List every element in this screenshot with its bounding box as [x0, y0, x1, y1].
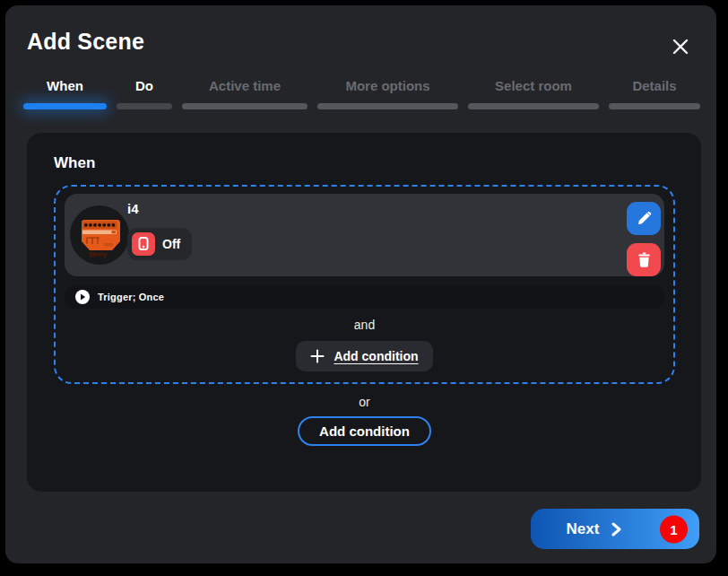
tab-more-options[interactable]: More options	[317, 78, 458, 109]
next-button[interactable]: Next 1	[531, 509, 699, 549]
tab-when-label: When	[47, 78, 83, 93]
status-badge: Off	[127, 228, 192, 260]
switch-device-icon	[132, 232, 155, 256]
tab-do-progress-bar	[117, 103, 172, 109]
close-icon	[670, 36, 691, 57]
add-and-condition-label: Add condition	[334, 349, 418, 363]
tab-select-room-progress-bar	[468, 103, 599, 109]
close-button[interactable]	[666, 32, 695, 61]
when-panel: When	[27, 133, 701, 492]
card-actions	[627, 202, 661, 276]
tab-select-room[interactable]: Select room	[468, 78, 599, 109]
next-button-label: Next	[567, 520, 600, 538]
add-or-condition-button[interactable]: Add condition	[298, 416, 431, 446]
tab-details[interactable]: Details	[609, 78, 700, 109]
tab-do[interactable]: Do	[117, 78, 172, 109]
tab-active-time-progress-bar	[182, 103, 308, 109]
device-image: Shelly	[70, 205, 129, 265]
tab-details-progress-bar	[609, 103, 700, 109]
tab-active-time[interactable]: Active time	[182, 78, 308, 109]
trigger-card: Shelly i4 Off	[65, 194, 664, 276]
play-icon	[75, 290, 90, 304]
page-title: Add Scene	[27, 29, 689, 55]
tab-do-label: Do	[135, 78, 153, 93]
when-heading: When	[54, 154, 675, 172]
notification-badge: 1	[660, 515, 688, 543]
tab-when-progress-bar	[23, 103, 107, 109]
pencil-icon	[636, 210, 653, 227]
dialog-header: Add Scene	[5, 5, 716, 55]
condition-group: Shelly i4 Off	[54, 185, 675, 384]
trash-icon	[636, 251, 653, 268]
tab-when[interactable]: When	[23, 78, 107, 109]
tab-active-time-label: Active time	[209, 78, 281, 93]
chevron-right-icon	[611, 522, 622, 537]
or-label: or	[54, 395, 675, 409]
trigger-summary-text: Trigger; Once	[98, 292, 164, 302]
device-name: i4	[127, 201, 139, 216]
tab-select-room-label: Select room	[495, 78, 572, 93]
trigger-summary-pill[interactable]: Trigger; Once	[65, 285, 664, 309]
delete-trigger-button[interactable]	[627, 243, 661, 276]
tab-details-label: Details	[632, 78, 676, 93]
add-and-condition-button[interactable]: Add condition	[296, 341, 432, 371]
tab-more-options-label: More options	[345, 78, 429, 93]
plus-icon	[310, 349, 325, 363]
tab-more-options-progress-bar	[317, 103, 458, 109]
add-scene-dialog: Add Scene When Do Active time More optio…	[5, 5, 716, 563]
and-label: and	[65, 318, 664, 332]
wizard-steps: When Do Active time More options Select …	[5, 78, 716, 109]
edit-trigger-button[interactable]	[627, 202, 661, 235]
status-text: Off	[162, 237, 180, 251]
device-image-label: Shelly	[89, 251, 108, 258]
